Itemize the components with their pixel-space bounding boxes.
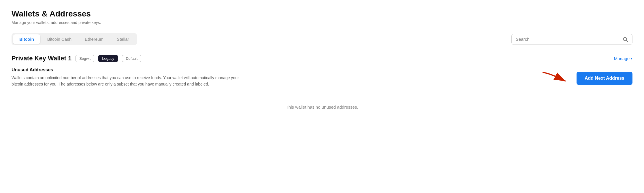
wallet-section: Private Key Wallet 1 Segwit Legacy Defau… xyxy=(12,55,632,110)
page-subtitle: Manage your wallets, addresses and priva… xyxy=(12,20,632,25)
badge-segwit[interactable]: Segwit xyxy=(76,55,94,62)
unused-addresses-section: Unused Addresses Wallets contain an unli… xyxy=(12,67,528,87)
manage-label: Manage xyxy=(614,56,630,61)
add-next-address-button[interactable]: Add Next Address xyxy=(577,72,632,85)
chevron-down-icon: ▾ xyxy=(631,57,632,60)
section-title: Unused Addresses xyxy=(12,67,528,73)
tab-group: Bitcoin Bitcoin Cash Ethereum Stellar xyxy=(12,33,137,45)
red-arrow-icon xyxy=(540,70,574,87)
wallet-name: Private Key Wallet 1 xyxy=(12,55,71,62)
badge-default[interactable]: Default xyxy=(122,55,141,62)
add-address-area: Add Next Address xyxy=(540,70,632,87)
wallet-header: Private Key Wallet 1 Segwit Legacy Defau… xyxy=(12,55,632,62)
manage-button[interactable]: Manage ▾ xyxy=(614,56,632,61)
section-description: Wallets contain an unlimited number of a… xyxy=(12,75,248,87)
tab-bitcoin[interactable]: Bitcoin xyxy=(13,34,40,44)
top-bar: Bitcoin Bitcoin Cash Ethereum Stellar xyxy=(12,33,632,45)
empty-message: This wallet has no unused addresses. xyxy=(12,105,632,110)
search-input[interactable] xyxy=(516,37,622,42)
tab-bitcoin-cash[interactable]: Bitcoin Cash xyxy=(41,34,78,44)
tab-stellar[interactable]: Stellar xyxy=(110,34,135,44)
search-icon xyxy=(622,36,628,42)
svg-point-0 xyxy=(623,37,627,41)
search-container xyxy=(511,34,632,45)
wallet-header-left: Private Key Wallet 1 Segwit Legacy Defau… xyxy=(12,55,141,62)
page-header: Wallets & Addresses Manage your wallets,… xyxy=(12,9,632,25)
badge-legacy[interactable]: Legacy xyxy=(98,55,118,62)
svg-line-1 xyxy=(626,40,628,42)
page-title: Wallets & Addresses xyxy=(12,9,632,18)
tab-ethereum[interactable]: Ethereum xyxy=(78,34,110,44)
